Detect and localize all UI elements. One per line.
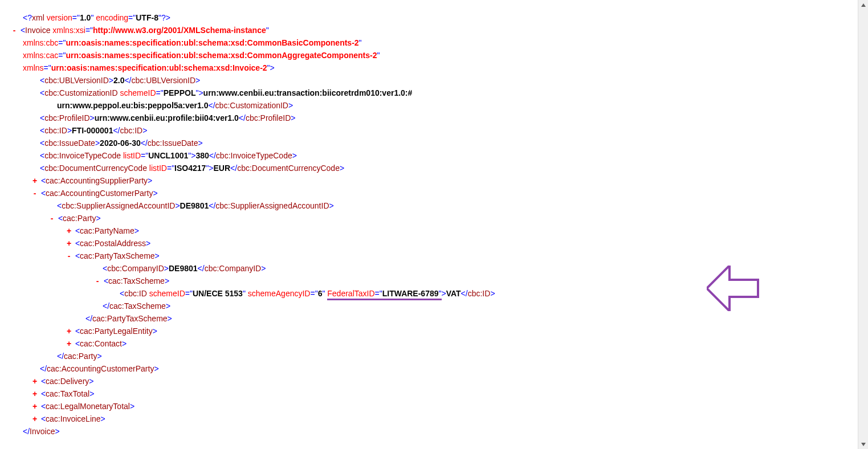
toggle-taxscheme[interactable]: - — [95, 275, 100, 287]
toggle-delivery[interactable]: + — [32, 375, 38, 387]
invoice-close: </Invoice> — [11, 425, 868, 438]
xml-declaration: <?xml version="1.0" encoding="UTF-8"?> — [11, 11, 868, 24]
supplier-assigned-account-id: <cbc:SupplierAssignedAccountID>DE9801</c… — [11, 199, 868, 212]
xml-viewer: <?xml version="1.0" encoding="UTF-8"?> -… — [0, 0, 868, 449]
scroll-down-icon[interactable] — [858, 439, 868, 449]
accounting-customer-party-close: </cac:AccountingCustomerParty> — [11, 362, 868, 375]
party-legal-entity: + <cac:PartyLegalEntity> — [11, 325, 868, 337]
invoice-id: <cbc:ID>FTI-000001</cbc:ID> — [11, 124, 868, 137]
party-name: + <cac:PartyName> — [11, 224, 868, 237]
toggle-partyname[interactable]: + — [66, 224, 72, 237]
toggle-invoice[interactable]: - — [11, 24, 17, 36]
document-currency-code: <cbc:DocumentCurrencyCode listID="ISO421… — [11, 162, 868, 174]
ubl-version: <cbc:UBLVersionID>2.0</cbc:UBLVersionID> — [11, 74, 868, 87]
annotation-arrow-icon — [707, 266, 764, 313]
toggle-legalmonetary[interactable]: + — [32, 400, 38, 413]
invoice-line: + <cac:InvoiceLine> — [11, 413, 868, 425]
accounting-supplier-party: + <cac:AccountingSupplierParty> — [11, 174, 868, 187]
toggle-invoiceline[interactable]: + — [32, 413, 38, 425]
contact: + <cac:Contact> — [11, 337, 868, 350]
toggle-partytax[interactable]: - — [66, 250, 72, 262]
issue-date: <cbc:IssueDate>2020-06-30</cbc:IssueDate… — [11, 137, 868, 149]
delivery: + <cac:Delivery> — [11, 375, 868, 387]
tax-total: + <cac:TaxTotal> — [11, 387, 868, 400]
invoice-xmlns-cac: xmlns:cac="urn:oasis:names:specification… — [11, 49, 868, 62]
toggle-supplier[interactable]: + — [32, 174, 38, 187]
legal-monetary-total: + <cac:LegalMonetaryTotal> — [11, 400, 868, 413]
party-tax-scheme-close: </cac:PartyTaxScheme> — [11, 312, 868, 325]
party-close: </cac:Party> — [11, 350, 868, 362]
invoice-xmlns: xmlns="urn:oasis:names:specification:ubl… — [11, 62, 868, 74]
invoice-open: - <Invoice xmlns:xsi="http://www.w3.org/… — [11, 24, 868, 36]
toggle-customer[interactable]: - — [32, 187, 38, 199]
party-tax-scheme-open: - <cac:PartyTaxScheme> — [11, 250, 868, 262]
postal-address: + <cac:PostalAddress> — [11, 237, 868, 250]
toggle-contact[interactable]: + — [66, 337, 72, 350]
xml-content: <?xml version="1.0" encoding="UTF-8"?> -… — [0, 0, 868, 438]
toggle-party[interactable]: - — [49, 212, 55, 224]
toggle-legalentity[interactable]: + — [66, 325, 72, 337]
party-open: - <cac:Party> — [11, 212, 868, 224]
toggle-postal[interactable]: + — [66, 237, 72, 250]
profile-id: <cbc:ProfileID>urn:www.cenbii.eu:profile… — [11, 112, 868, 124]
vertical-scrollbar[interactable] — [858, 0, 868, 449]
invoice-type-code: <cbc:InvoiceTypeCode listID="UNCL1001">3… — [11, 149, 868, 162]
invoice-xmlns-cbc: xmlns:cbc="urn:oasis:names:specification… — [11, 36, 868, 49]
federal-tax-id-highlight: FederalTaxID="LITWARE-6789" — [327, 289, 441, 300]
scroll-up-icon[interactable] — [858, 0, 868, 10]
accounting-customer-party-open: - <cac:AccountingCustomerParty> — [11, 187, 868, 199]
toggle-taxtotal[interactable]: + — [32, 387, 38, 400]
customization-id-cont: urn:www.peppol.eu:bis:peppol5a:ver1.0</c… — [11, 99, 868, 112]
customization-id: <cbc:CustomizationID schemeID="PEPPOL">u… — [11, 87, 868, 99]
